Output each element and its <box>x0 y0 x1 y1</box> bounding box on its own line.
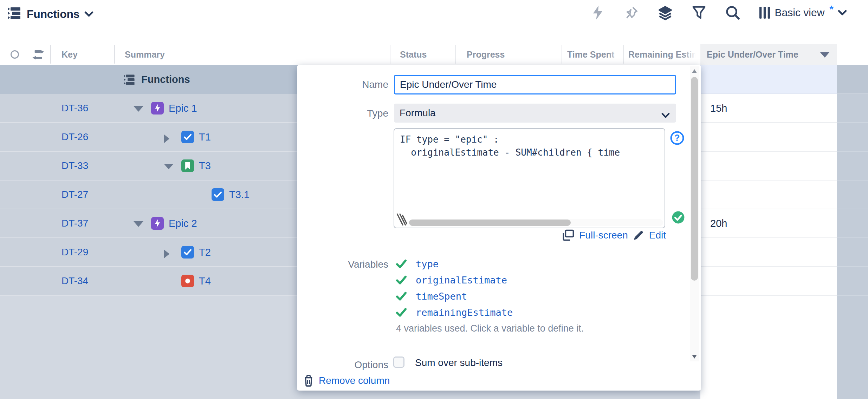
transformations-swap-icon[interactable] <box>32 50 44 61</box>
column-header-epic-under-over-time[interactable]: Epic Under/Over Time <box>700 44 837 65</box>
column-separator <box>623 45 624 64</box>
formula-editor[interactable]: IF type = "epic" : originalEstimate - SU… <box>394 128 665 228</box>
scroll-down-icon[interactable] <box>692 355 697 359</box>
edit-link[interactable]: Edit <box>649 230 666 241</box>
structure-icon <box>8 6 22 22</box>
fullscreen-link[interactable]: Full-screen <box>579 230 628 241</box>
select-all-icon[interactable] <box>11 50 19 59</box>
expand-arrow-icon[interactable] <box>164 134 169 143</box>
issue-summary-link[interactable]: Epic 2 <box>169 209 197 237</box>
group-structure-icon <box>124 74 136 86</box>
empty-cell <box>837 181 868 209</box>
formula-hscrollbar[interactable] <box>409 219 663 226</box>
variable-link[interactable]: originalEstimate <box>416 275 507 286</box>
view-switcher[interactable]: Basic view* <box>759 6 847 20</box>
issue-summary-link[interactable]: T2 <box>199 238 211 266</box>
help-icon[interactable]: ? <box>670 131 684 146</box>
column-type-select[interactable]: Formula <box>394 104 676 123</box>
issue-key-link[interactable]: DT-37 <box>61 209 88 237</box>
formula-links: Full-screen Edit <box>562 229 666 241</box>
variables-note: 4 variables used. Click a variable to de… <box>396 323 584 334</box>
issue-key-link[interactable]: DT-27 <box>61 181 88 209</box>
empty-cell <box>837 267 868 296</box>
filter-icon[interactable] <box>691 5 707 20</box>
variable-row: remainingEstimate <box>396 305 513 319</box>
epic-issue-type-icon <box>151 217 164 230</box>
epic-under-over-time-cell <box>700 181 837 209</box>
remove-column-link[interactable]: Remove column <box>319 375 390 386</box>
issue-summary-link[interactable]: T3.1 <box>229 181 250 209</box>
column-header-status[interactable]: Status <box>400 44 427 65</box>
resize-grip-icon[interactable] <box>396 214 407 225</box>
grid-overflow-area <box>837 65 868 399</box>
column-menu-arrow-icon[interactable] <box>820 52 829 58</box>
column-separator <box>114 45 115 64</box>
dialog-scroll-thumb[interactable] <box>691 77 698 281</box>
bug-issue-type-icon <box>181 275 194 287</box>
epic-under-over-time-cell <box>700 152 837 181</box>
expand-arrow-icon[interactable] <box>164 249 169 259</box>
text-fade <box>608 44 623 65</box>
options-label: Options <box>332 359 388 371</box>
collapse-arrow-icon[interactable] <box>164 164 174 169</box>
issue-key-link[interactable]: DT-34 <box>61 267 88 295</box>
epic-under-over-time-cell: 20h <box>700 209 837 238</box>
variable-check-icon <box>396 291 407 301</box>
toolbar-actions: Basic view* <box>590 5 847 20</box>
structure-chevron-icon <box>84 11 93 17</box>
trash-icon <box>303 375 314 387</box>
empty-cell <box>837 123 868 152</box>
issue-summary-link[interactable]: T1 <box>199 123 211 151</box>
layers-icon[interactable] <box>658 5 673 20</box>
view-modified-marker: * <box>829 3 834 15</box>
column-separator <box>562 45 562 64</box>
variables-label: Variables <box>332 259 388 270</box>
scroll-up-icon[interactable] <box>692 69 697 73</box>
automation-lightning-icon[interactable] <box>590 5 605 20</box>
variable-link[interactable]: remainingEstimate <box>416 307 513 318</box>
issue-key-link[interactable]: DT-26 <box>61 123 88 151</box>
issue-summary-link[interactable]: Epic 1 <box>169 94 197 122</box>
grid-header: Key Summary Status Progress Time Spent R… <box>0 44 868 65</box>
variable-check-icon <box>396 275 407 285</box>
edit-pencil-icon <box>633 230 644 241</box>
issue-summary-link[interactable]: T3 <box>199 152 211 180</box>
structure-title: Functions <box>27 8 79 21</box>
variable-row: originalEstimate <box>396 273 507 287</box>
variable-link[interactable]: timeSpent <box>416 291 467 302</box>
variable-check-icon <box>396 307 407 317</box>
group-label: Functions <box>141 74 190 85</box>
epic-under-over-time-cell <box>700 123 837 152</box>
issue-key-link[interactable]: DT-33 <box>61 152 88 180</box>
remove-column-action[interactable]: Remove column <box>303 375 390 387</box>
pin-icon[interactable] <box>624 5 639 20</box>
task-issue-type-icon <box>181 131 194 143</box>
epic-column-group-cell <box>700 65 837 94</box>
dialog-scrollbar[interactable] <box>690 66 699 361</box>
issue-summary-link[interactable]: T4 <box>199 267 211 295</box>
column-header-key[interactable]: Key <box>61 44 78 65</box>
variable-row: timeSpent <box>396 289 467 303</box>
column-type-value: Formula <box>400 107 436 119</box>
select-chevron-icon <box>661 113 670 118</box>
column-header-progress[interactable]: Progress <box>467 44 505 65</box>
name-label: Name <box>332 79 388 90</box>
empty-cell <box>837 238 868 267</box>
task-issue-type-icon <box>212 188 224 201</box>
fullscreen-icon <box>562 229 574 241</box>
collapse-arrow-icon[interactable] <box>134 221 143 227</box>
column-name-input[interactable] <box>394 75 676 94</box>
structure-app: Functions Basic view* <box>0 0 868 399</box>
collapse-arrow-icon[interactable] <box>134 106 143 112</box>
text-fade <box>798 44 814 65</box>
variable-link[interactable]: type <box>416 259 439 269</box>
structure-selector[interactable]: Functions <box>8 6 93 22</box>
sum-over-subitems-checkbox[interactable] <box>393 357 404 368</box>
sum-over-subitems-label: Sum over sub-items <box>415 357 503 368</box>
column-config-dialog: Name Type Formula IF type = "epic" : ori… <box>297 65 701 391</box>
issue-key-link[interactable]: DT-36 <box>61 94 88 122</box>
formula-hscroll-thumb[interactable] <box>409 220 571 226</box>
search-icon[interactable] <box>725 5 740 20</box>
issue-key-link[interactable]: DT-29 <box>61 238 88 266</box>
column-header-summary[interactable]: Summary <box>125 44 165 65</box>
